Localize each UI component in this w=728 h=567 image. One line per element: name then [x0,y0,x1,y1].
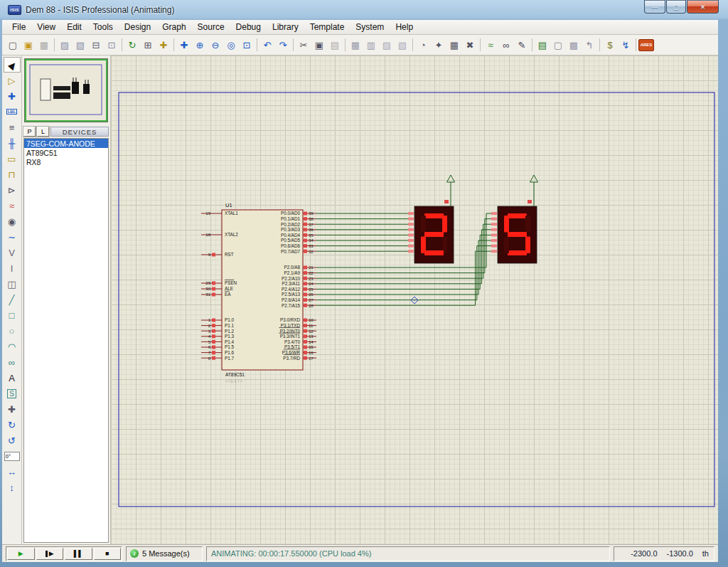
schematic-canvas[interactable]: U1AT89C51<TEXT>19XTAL118XTAL29RST29PSEN3… [111,55,718,544]
zoom-all-icon[interactable]: ◎ [223,38,239,53]
exit-to-parent-icon[interactable]: ↰ [582,38,597,53]
7seg-display-2[interactable] [498,175,538,263]
menu-system[interactable]: System [350,21,390,33]
block-delete-icon[interactable]: ▧ [395,38,410,53]
undo-icon[interactable]: ↶ [259,38,275,53]
menu-edit[interactable]: Edit [61,21,87,33]
pick-devices-button[interactable]: P [23,127,36,137]
open-folder-icon[interactable]: ▣ [21,38,36,53]
new-sheet-icon[interactable]: ▢ [550,38,566,53]
pick-device-icon[interactable]: ◔ [415,38,431,53]
virtual-instruments-mode-icon[interactable]: ◫ [4,276,21,292]
2d-text-icon[interactable]: A [4,370,21,386]
pin-name: P2.1/A9 [284,270,301,275]
device-pins-mode-icon[interactable]: ⊳ [4,182,21,198]
zoom-in-icon[interactable]: ⊕ [192,38,208,53]
pause-button[interactable]: ▌▌ [65,548,92,560]
zoom-out-icon[interactable]: ⊖ [208,38,223,53]
menu-graph[interactable]: Graph [156,21,191,33]
y-mirror-icon[interactable]: ↕ [4,479,21,495]
import-section-icon[interactable]: ▨ [57,38,73,53]
terminals-mode-icon[interactable]: ⊓ [4,166,21,182]
schematic-preview[interactable] [25,59,107,122]
redo-icon[interactable]: ↷ [275,38,291,53]
save-design-icon[interactable]: ▦ [36,38,52,53]
tape-recorder-mode-icon[interactable]: ◉ [4,213,21,229]
voltage-probe-mode-icon[interactable]: V [4,245,21,260]
2d-arc-icon[interactable]: ◠ [4,339,21,354]
text-script-mode-icon[interactable]: ≡ [4,120,21,135]
device-item-rx8[interactable]: RX8 [24,157,108,166]
preview-drawing [26,60,107,119]
angle-field[interactable] [4,448,21,464]
2d-line-icon[interactable]: ╱ [4,292,21,307]
selection-mode-icon[interactable]: ▶ [4,57,21,73]
menu-help[interactable]: Help [390,21,419,33]
2d-path-icon[interactable]: ∞ [4,354,21,370]
generator-mode-icon[interactable]: ∼ [4,229,21,245]
step-button[interactable]: ▶ [36,548,64,560]
electrical-rule-check-icon[interactable]: ↯ [618,38,633,53]
menu-tools[interactable]: Tools [87,21,119,33]
wire-autorouter-icon[interactable]: ≈ [483,38,498,53]
title-bar[interactable]: ISIS Dem 88 - ISIS Professional (Animati… [0,0,728,20]
make-device-icon[interactable]: ✦ [431,38,446,53]
refresh-display-icon[interactable]: ↻ [124,38,140,53]
2d-marker-icon[interactable]: ✚ [4,401,21,417]
buses-mode-icon[interactable]: ╫ [4,135,21,151]
block-move-icon[interactable]: ▥ [363,38,379,53]
menu-view[interactable]: View [31,21,61,33]
toggle-grid-icon[interactable]: ⊞ [140,38,156,53]
bill-of-materials-icon[interactable]: $ [602,38,618,53]
pan-icon[interactable]: ✚ [176,38,192,53]
minimize-button[interactable]: — [644,0,665,14]
menu-template[interactable]: Template [304,21,350,33]
packaging-tool-icon[interactable]: ▦ [446,38,462,53]
device-item-at89c51[interactable]: AT89C51 [24,148,108,157]
2d-circle-icon[interactable]: ○ [4,323,21,339]
paste-icon[interactable]: ▤ [327,38,343,53]
copy-icon[interactable]: ▣ [311,38,327,53]
block-copy-icon[interactable]: ▦ [348,38,363,53]
message-panel[interactable]: i 5 Message(s) [126,546,203,561]
menu-library[interactable]: Library [267,21,304,33]
block-rotate-icon[interactable]: ▨ [379,38,395,53]
x-mirror-icon[interactable]: ↔ [4,464,21,479]
close-button[interactable]: ✕ [687,0,719,14]
device-item-7seg-com-anode[interactable]: 7SEG-COM-ANODE [24,139,108,148]
menu-file[interactable]: File [6,21,31,33]
origin-icon[interactable]: ✚ [156,38,171,53]
u1-component[interactable]: U1AT89C51<TEXT>19XTAL118XTAL29RST29PSEN3… [201,202,316,383]
component-mode-icon[interactable]: ▷ [4,73,21,88]
rotate-clockwise-icon[interactable]: ↻ [4,417,21,433]
search-tag-icon[interactable]: ∞ [498,38,514,53]
angle-field-input[interactable] [4,452,20,461]
wire-label-mode-icon[interactable]: LBL [4,104,21,120]
rotate-anticlockwise-icon[interactable]: ↺ [4,433,21,448]
maximize-button[interactable]: ▢ [666,0,686,14]
graph-mode-icon[interactable]: ≈ [4,198,21,213]
menu-source[interactable]: Source [192,21,230,33]
property-assignment-icon[interactable]: ✎ [514,38,530,53]
menu-design[interactable]: Design [119,21,156,33]
remove-sheet-icon[interactable]: ▩ [566,38,582,53]
2d-symbol-icon[interactable]: S [4,386,21,401]
subcircuit-mode-icon[interactable]: ▭ [4,151,21,166]
mark-output-area-icon[interactable]: ⊡ [104,38,119,53]
library-manager-button[interactable]: L [37,127,49,137]
cut-icon[interactable]: ✂ [296,38,311,53]
stop-button[interactable]: ■ [94,548,122,560]
netlist-to-ares-icon[interactable]: ARES [638,38,654,53]
current-probe-mode-icon[interactable]: I [4,260,21,276]
junction-dot-mode-icon[interactable]: ✚ [4,88,21,104]
export-section-icon[interactable]: ▧ [73,38,88,53]
new-file-icon[interactable]: ▢ [5,38,21,53]
print-design-icon[interactable]: ⊟ [88,38,104,53]
decompose-icon[interactable]: ✖ [462,38,478,53]
menu-debug[interactable]: Debug [230,21,267,33]
design-explorer-icon[interactable]: ▤ [535,38,550,53]
2d-box-icon[interactable]: □ [4,307,21,323]
zoom-area-icon[interactable]: ⊡ [239,38,255,53]
play-button[interactable]: ▶ [7,548,35,560]
7seg-display-1[interactable] [414,175,455,263]
